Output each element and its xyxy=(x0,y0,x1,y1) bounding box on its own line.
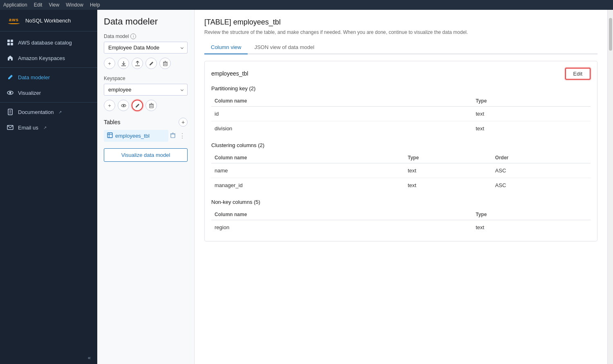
keyspace-toolbar: + xyxy=(104,100,188,111)
sidebar-item-catalog[interactable]: AWS database catalog xyxy=(0,35,97,50)
pk-row2-type: text xyxy=(472,121,591,136)
cc-row2-name: manager_id xyxy=(211,178,405,192)
docs-label: Documentation xyxy=(18,109,54,115)
partitioning-key-table: Column name Type id text division xyxy=(211,96,591,136)
aws-smile-icon xyxy=(8,22,20,24)
tab-column-view[interactable]: Column view xyxy=(204,41,248,54)
add-table-btn[interactable]: + xyxy=(179,118,188,127)
sidebar-item-visualizer[interactable]: Visualizer xyxy=(0,85,97,100)
panel-title: Data modeler xyxy=(104,16,188,27)
menu-bar: Application Edit View Window Help xyxy=(0,0,613,10)
chevron-down-icon xyxy=(181,46,183,49)
svg-rect-1 xyxy=(11,40,13,42)
visualizer-label: Visualizer xyxy=(18,90,41,96)
partitioning-key-title: Partitioning key (2) xyxy=(211,85,591,92)
keyspace-label: Keyspace xyxy=(104,76,188,81)
three-dots-icon[interactable]: ⋮ xyxy=(177,132,188,140)
cc-col-header-order: Order xyxy=(492,152,591,163)
tables-label: Tables xyxy=(104,119,120,125)
svg-rect-13 xyxy=(163,63,167,66)
eye-icon xyxy=(7,89,14,96)
table-row: manager_id text ASC xyxy=(211,178,591,192)
cc-row1-order: ASC xyxy=(492,163,591,178)
catalog-label: AWS database catalog xyxy=(18,40,72,46)
svg-point-5 xyxy=(9,92,11,94)
menu-window[interactable]: Window xyxy=(66,2,83,8)
sidebar-item-docs[interactable]: Documentation ↗ xyxy=(0,104,97,120)
content-table-title: [TABLE] employees_tbl xyxy=(204,18,597,27)
email-icon xyxy=(7,124,14,131)
delete-keyspace-btn[interactable] xyxy=(145,100,157,111)
keyspace-dropdown[interactable]: employee xyxy=(104,84,188,96)
add-keyspace-btn[interactable]: + xyxy=(104,100,115,111)
info-icon[interactable]: i xyxy=(130,33,136,39)
delete-model-btn[interactable] xyxy=(159,58,171,69)
table-card: employees_tbl Edit Partitioning key (2) … xyxy=(204,61,597,241)
nk-row1-type: text xyxy=(472,220,591,234)
table-item-row: employees_tbl ⋮ xyxy=(104,130,188,142)
view-keyspace-btn[interactable] xyxy=(118,100,129,111)
export-model-btn[interactable] xyxy=(132,58,143,69)
keyspaces-label: Amazon Keyspaces xyxy=(18,55,65,61)
clustering-columns-section: Clustering columns (2) Column name Type … xyxy=(211,142,591,192)
sidebar-item-keyspaces[interactable]: Amazon Keyspaces xyxy=(0,50,97,66)
menu-application[interactable]: Application xyxy=(3,2,27,8)
nk-col-header-name: Column name xyxy=(211,209,472,220)
menu-help[interactable]: Help xyxy=(90,2,100,8)
app-name: NoSQL Workbench xyxy=(25,18,71,24)
divider-1 xyxy=(0,67,97,68)
external-link-icon: ↗ xyxy=(58,110,62,114)
svg-rect-20 xyxy=(150,105,153,108)
table-row: region text xyxy=(211,220,591,234)
table-name: employees_tbl xyxy=(115,133,165,139)
data-model-toolbar: + xyxy=(104,58,188,69)
right-scrollbar xyxy=(607,10,613,364)
aws-logo: aws xyxy=(7,16,21,25)
keyspace-value: employee xyxy=(108,87,131,93)
data-model-value: Employee Data Mode xyxy=(108,45,159,51)
svg-rect-2 xyxy=(7,43,10,45)
content-body: employees_tbl Edit Partitioning key (2) … xyxy=(195,54,607,364)
non-key-columns-table: Column name Type region text xyxy=(211,209,591,234)
table-row: division text xyxy=(211,121,591,136)
pk-row2-name: division xyxy=(211,121,472,136)
cc-row2-order: ASC xyxy=(492,178,591,192)
edit-keyspace-btn[interactable] xyxy=(132,100,143,111)
aws-logo-text: aws xyxy=(9,17,19,22)
content-subtitle: Review the structure of the table, and m… xyxy=(204,29,597,36)
tab-json-view[interactable]: JSON view of data model xyxy=(248,41,321,54)
add-model-btn[interactable]: + xyxy=(104,58,115,69)
menu-edit[interactable]: Edit xyxy=(34,2,43,8)
sidebar-item-modeler[interactable]: Data modeler xyxy=(0,69,97,85)
data-model-dropdown[interactable]: Employee Data Mode xyxy=(104,42,188,54)
table-row: id text xyxy=(211,106,591,121)
sidebar-item-email[interactable]: Email us ↗ xyxy=(0,120,97,135)
table-employees-tbl[interactable]: employees_tbl xyxy=(104,130,168,142)
svg-point-19 xyxy=(123,105,124,106)
partitioning-key-section: Partitioning key (2) Column name Type id xyxy=(211,85,591,136)
pk-col-header-name: Column name xyxy=(211,96,472,107)
content-header: [TABLE] employees_tbl Review the structu… xyxy=(195,10,607,54)
import-model-btn[interactable] xyxy=(118,58,129,69)
edit-table-btn[interactable]: Edit xyxy=(565,68,591,80)
card-table-name: employees_tbl xyxy=(211,70,248,77)
edit-model-btn[interactable] xyxy=(145,58,157,69)
table-card-header: employees_tbl Edit xyxy=(211,68,591,80)
menu-view[interactable]: View xyxy=(49,2,59,8)
non-key-col-title: Non-key columns (5) xyxy=(211,199,591,205)
visualize-btn[interactable]: Visualize data model xyxy=(104,148,188,162)
nk-col-header-type: Type xyxy=(472,209,591,220)
main-layout: aws NoSQL Workbench AWS database catalog xyxy=(0,10,613,364)
nk-row1-name: region xyxy=(211,220,472,234)
modeler-label: Data modeler xyxy=(18,74,50,80)
content-panel: [TABLE] employees_tbl Review the structu… xyxy=(195,10,607,364)
svg-rect-3 xyxy=(11,43,13,45)
sidebar-collapse-btn[interactable]: « xyxy=(0,351,97,364)
sidebar: aws NoSQL Workbench AWS database catalog xyxy=(0,10,97,364)
cc-col-header-name: Column name xyxy=(211,152,405,163)
grid-icon xyxy=(7,39,14,46)
scrollbar-thumb[interactable] xyxy=(609,18,612,51)
clustering-columns-table: Column name Type Order name text ASC xyxy=(211,152,591,192)
cc-col-header-type: Type xyxy=(405,152,492,163)
delete-table-icon[interactable] xyxy=(170,132,176,139)
